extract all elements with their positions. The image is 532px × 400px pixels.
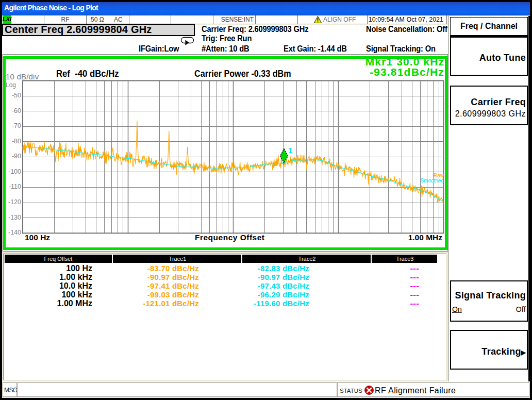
svg-text:1: 1 <box>288 146 292 155</box>
svg-text:Smoothed: Smoothed <box>420 178 444 184</box>
